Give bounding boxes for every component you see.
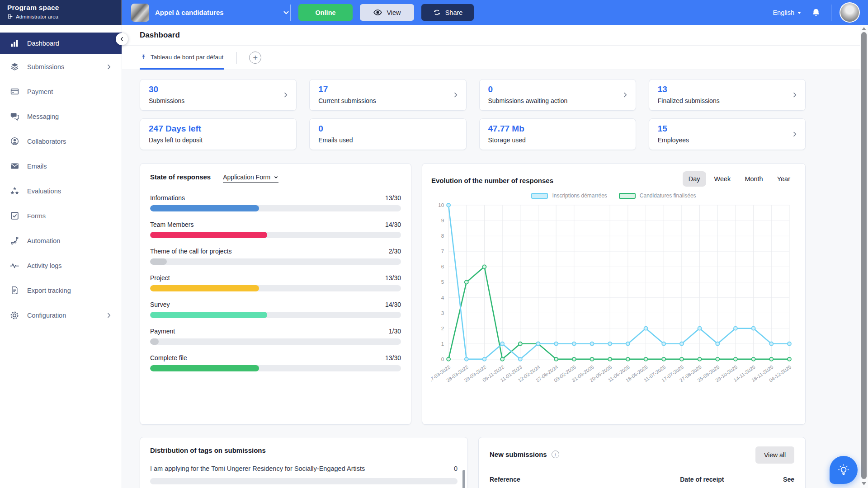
stat-card-storage-used[interactable]: 47.77 MbStorage used bbox=[479, 118, 636, 150]
response-bar-value: 2/30 bbox=[389, 248, 401, 255]
panels-row: State of responses Application Form Info… bbox=[140, 163, 806, 425]
sidebar-item-collaborators[interactable]: Collaborators bbox=[0, 129, 122, 154]
notifications-bell-icon[interactable] bbox=[811, 8, 821, 18]
page-title: Dashboard bbox=[122, 25, 860, 46]
sidebar-nav: DashboardSubmissionsPaymentMessagingColl… bbox=[0, 33, 122, 328]
stat-card-emails-used[interactable]: 0Emails used bbox=[309, 118, 466, 150]
sidebar-collapse-button[interactable] bbox=[116, 33, 128, 45]
page-scrollbar[interactable] bbox=[860, 25, 868, 488]
legend-item-candidatures-finalis-es: Candidatures finalisées bbox=[619, 192, 696, 199]
online-status-button[interactable]: Online bbox=[298, 4, 353, 21]
content-header: Dashboard Tableau de bord par défaut + bbox=[122, 25, 860, 70]
sidebar-item-evaluations[interactable]: Evaluations bbox=[0, 178, 122, 203]
stat-card-days-left-to-deposit[interactable]: 247 Days leftDays left to deposit bbox=[140, 118, 297, 150]
sidebar-item-activity-logs[interactable]: Activity logs bbox=[0, 253, 122, 278]
exit-icon bbox=[7, 14, 13, 19]
tags-panel-scrollbar[interactable] bbox=[462, 470, 465, 488]
sidebar-item-automation[interactable]: Automation bbox=[0, 228, 122, 253]
scrollbar-up-arrow-icon[interactable] bbox=[862, 27, 866, 30]
stat-label: Emails used bbox=[318, 136, 448, 144]
program-selector[interactable]: Appel à candidatures bbox=[131, 4, 290, 22]
response-bars-list: Informations13/30Team Members14/30Theme … bbox=[150, 194, 401, 371]
sidebar-item-label: Automation bbox=[27, 237, 60, 244]
stat-card-submissions-awaiting-action[interactable]: 0Submissions awaiting action bbox=[479, 79, 636, 111]
view-button[interactable]: View bbox=[360, 4, 414, 21]
pin-icon bbox=[141, 54, 146, 60]
tag-row-i-am-applying-for-the-tomi-ungerer-resid: I am applying for the Tomi Ungerer Resid… bbox=[150, 465, 458, 484]
submissions-icon bbox=[9, 62, 19, 71]
main-content: Dashboard Tableau de bord par défaut + 3… bbox=[122, 25, 860, 488]
range-button-month[interactable]: Month bbox=[739, 171, 769, 187]
sidebar-item-payment[interactable]: Payment bbox=[0, 79, 122, 104]
response-bar-label: Informations bbox=[150, 194, 185, 202]
stat-label: Storage used bbox=[488, 136, 618, 144]
progress-fill bbox=[150, 285, 259, 291]
response-bar-project: Project13/30 bbox=[150, 274, 401, 291]
progress-fill bbox=[150, 205, 259, 211]
response-bar-value: 13/30 bbox=[385, 274, 401, 282]
scrollbar-thumb[interactable] bbox=[861, 32, 867, 479]
chevron-left-icon bbox=[119, 36, 125, 42]
svg-text:6: 6 bbox=[441, 264, 444, 269]
program-thumbnail bbox=[131, 4, 149, 22]
collaborators-icon bbox=[9, 137, 19, 146]
evolution-panel-header: Evolution of the number of responses Day… bbox=[431, 171, 796, 187]
share-icon bbox=[433, 8, 441, 17]
stat-card-employees[interactable]: 15Employees bbox=[649, 118, 806, 150]
user-avatar[interactable] bbox=[840, 2, 860, 23]
view-all-button[interactable]: View all bbox=[755, 446, 794, 464]
activity-logs-icon bbox=[9, 261, 19, 270]
add-dashboard-tab-button[interactable]: + bbox=[249, 52, 261, 64]
svg-text:1: 1 bbox=[441, 341, 444, 347]
response-bar-value: 1/30 bbox=[389, 328, 401, 335]
progress-fill bbox=[150, 232, 267, 238]
column-header-see: See bbox=[774, 476, 794, 483]
legend-label: Candidatures finalisées bbox=[640, 192, 696, 199]
help-bubble-button[interactable] bbox=[830, 456, 858, 484]
sidebar-item-submissions[interactable]: Submissions bbox=[0, 54, 122, 79]
range-button-day[interactable]: Day bbox=[683, 171, 706, 187]
response-bar-label: Payment bbox=[150, 328, 175, 335]
sidebar-item-forms[interactable]: Forms bbox=[0, 203, 122, 228]
stat-label: Days left to deposit bbox=[149, 136, 278, 144]
range-button-year[interactable]: Year bbox=[771, 171, 796, 187]
sidebar-item-export-tracking[interactable]: Export tracking bbox=[0, 278, 122, 303]
column-header-reference: Reference bbox=[490, 476, 680, 483]
messaging-icon bbox=[9, 112, 19, 121]
tab-default-dashboard[interactable]: Tableau de bord par défaut bbox=[140, 46, 224, 70]
sidebar-item-emails[interactable]: Emails bbox=[0, 154, 122, 178]
stat-card-finalized-submissions[interactable]: 13Finalized submissions bbox=[649, 79, 806, 111]
legend-label: Inscriptions démarrées bbox=[552, 192, 607, 199]
sidebar-item-label: Collaborators bbox=[27, 138, 66, 145]
topbar: Appel à candidatures Online View Share E… bbox=[122, 0, 868, 25]
response-bar-head: Project13/30 bbox=[150, 274, 401, 282]
stat-card-current-submissions[interactable]: 17Current submissions bbox=[309, 79, 466, 111]
tabs-divider bbox=[236, 52, 237, 64]
evolution-panel-title: Evolution of the number of responses bbox=[431, 171, 553, 184]
svg-text:0: 0 bbox=[441, 357, 444, 362]
info-icon[interactable]: i bbox=[552, 450, 559, 458]
sidebar-item-configuration[interactable]: Configuration bbox=[0, 303, 122, 328]
sidebar-item-label: Forms bbox=[27, 212, 46, 220]
share-label: Share bbox=[445, 9, 463, 16]
stat-card-submissions[interactable]: 30Submissions bbox=[140, 79, 297, 111]
scrollbar-down-arrow-icon[interactable] bbox=[862, 482, 866, 485]
sidebar-item-messaging[interactable]: Messaging bbox=[0, 104, 122, 129]
sidebar-item-label: Payment bbox=[27, 88, 53, 95]
share-button[interactable]: Share bbox=[421, 4, 474, 21]
progress-fill bbox=[150, 338, 159, 345]
responses-evolution-chart: 01234567891017-03-202228-03-202229-03-20… bbox=[431, 200, 796, 388]
response-bar-value: 13/30 bbox=[385, 354, 401, 361]
range-button-week[interactable]: Week bbox=[708, 171, 737, 187]
response-bar-label: Team Members bbox=[150, 221, 193, 228]
legend-swatch bbox=[531, 193, 548, 199]
tags-list: I am applying for the Tomi Ungerer Resid… bbox=[150, 465, 458, 484]
language-selector[interactable]: English bbox=[773, 9, 801, 16]
progress-track bbox=[150, 312, 401, 318]
form-select-value: Application Form bbox=[223, 174, 270, 181]
program-space-title: Program space bbox=[7, 4, 114, 12]
administrator-area-link[interactable]: Administrator area bbox=[7, 14, 114, 19]
response-bar-head: Survey14/30 bbox=[150, 301, 401, 308]
sidebar-item-dashboard[interactable]: Dashboard bbox=[0, 33, 122, 54]
form-select-dropdown[interactable]: Application Form bbox=[223, 174, 278, 183]
